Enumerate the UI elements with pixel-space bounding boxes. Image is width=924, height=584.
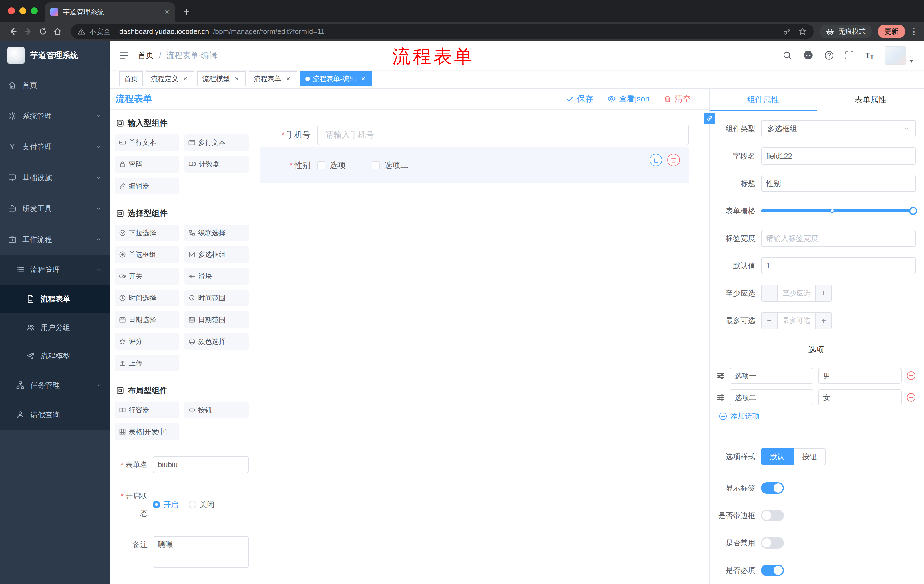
sidebar-item-leave-query[interactable]: 请假查询 — [0, 400, 110, 430]
status-on-radio[interactable]: 开启 — [153, 500, 178, 510]
tag-home[interactable]: 首页 — [119, 71, 143, 86]
decrement-button[interactable]: − — [762, 285, 778, 301]
field-name-input[interactable] — [761, 147, 916, 165]
with-border-toggle[interactable] — [761, 510, 784, 521]
palette-item-date-range[interactable]: 日期范围 — [185, 311, 249, 328]
option2-label-input[interactable] — [729, 390, 813, 405]
option1-value-input[interactable] — [818, 368, 902, 384]
sidebar-item-workflow[interactable]: 工作流程 — [0, 224, 110, 255]
palette-item-time-picker[interactable]: 时间选择 — [115, 290, 179, 306]
bookmark-star-icon[interactable] — [798, 27, 807, 36]
tag-process-model[interactable]: 流程模型 × — [197, 71, 246, 86]
grid-slider[interactable] — [761, 202, 916, 219]
palette-item-color-picker[interactable]: 颜色选择 — [185, 333, 249, 350]
new-tab-button[interactable]: + — [178, 4, 195, 20]
close-window-button[interactable] — [8, 7, 15, 14]
palette-item-checkbox-group[interactable]: 多选框组 — [185, 246, 249, 263]
min-select-value[interactable]: 至少应选 — [778, 285, 815, 301]
tag-process-form-edit[interactable]: 流程表单-编辑 × — [300, 71, 372, 86]
palette-item-counter[interactable]: 123 计数器 — [185, 156, 249, 173]
breadcrumb-home[interactable]: 首页 — [138, 50, 154, 61]
link-anchor-button[interactable] — [704, 113, 715, 124]
form-name-input[interactable] — [153, 456, 249, 473]
slider-handle[interactable] — [909, 207, 917, 215]
component-type-select[interactable]: 多选框组 — [761, 120, 916, 137]
sidebar-item-process-management[interactable]: 流程管理 — [0, 255, 110, 285]
sidebar-item-user-group[interactable]: 用户分组 — [0, 313, 110, 342]
tab-component-props[interactable]: 组件属性 — [710, 89, 817, 111]
search-icon[interactable] — [782, 51, 792, 60]
required-toggle[interactable] — [761, 564, 784, 576]
save-button[interactable]: 保存 — [566, 94, 593, 104]
gender-field-selected[interactable]: 性别 选项一 选项二 — [260, 147, 689, 183]
drag-handle-icon[interactable] — [716, 372, 725, 380]
palette-item-button[interactable]: 按钮 — [185, 402, 249, 418]
default-value-input[interactable] — [761, 257, 916, 274]
palette-item-editor[interactable]: 编辑器 — [115, 178, 179, 194]
form-remark-textarea[interactable]: 嘿嘿 — [153, 536, 249, 568]
tag-close-icon[interactable]: × — [233, 75, 241, 83]
sidebar-item-infrastructure[interactable]: 基础设施 — [0, 162, 110, 193]
tab-close-icon[interactable]: × — [165, 8, 169, 16]
address-bar[interactable]: 不安全 dashboard.yudao.iocoder.cn /bpm/mana… — [71, 24, 813, 39]
tag-process-form[interactable]: 流程表单 × — [249, 71, 297, 86]
fullscreen-icon[interactable] — [845, 51, 854, 60]
palette-item-single-line-text[interactable]: 单行文本 — [115, 134, 179, 151]
decrement-button[interactable]: − — [762, 313, 778, 329]
tag-close-icon[interactable]: × — [181, 75, 189, 83]
title-input[interactable] — [761, 175, 916, 192]
palette-item-dropdown[interactable]: 下拉选择 — [115, 225, 179, 241]
back-button[interactable] — [6, 24, 21, 39]
status-off-radio[interactable]: 关闭 — [189, 500, 214, 510]
help-icon[interactable] — [824, 51, 834, 60]
increment-button[interactable]: + — [815, 313, 832, 329]
sidebar-item-task-management[interactable]: 任务管理 — [0, 370, 110, 400]
browser-menu-icon[interactable]: ⋮ — [910, 26, 918, 36]
tag-close-icon[interactable]: × — [284, 75, 292, 83]
tag-process-definition[interactable]: 流程定义 × — [146, 71, 195, 86]
style-button-button[interactable]: 按钮 — [794, 448, 826, 465]
browser-update-button[interactable]: 更新 — [878, 25, 905, 38]
sidebar-item-dashboard[interactable]: 首页 — [0, 70, 110, 100]
palette-item-table[interactable]: 表格[开发中] — [115, 423, 179, 440]
palette-item-date-picker[interactable]: 日期选择 — [115, 311, 179, 328]
design-canvas[interactable]: 手机号 — [254, 110, 709, 584]
option1-label-input[interactable] — [729, 368, 813, 384]
slider-track[interactable] — [761, 209, 916, 212]
disabled-toggle[interactable] — [761, 537, 784, 549]
palette-item-rate[interactable]: 评分 — [115, 333, 179, 350]
palette-item-switch[interactable]: 开关 — [115, 268, 179, 285]
sidebar-item-process-form[interactable]: 流程表单 — [0, 285, 110, 313]
palette-item-row-container[interactable]: 行容器 — [115, 402, 179, 418]
label-width-input[interactable] — [761, 230, 916, 247]
tab-form-props[interactable]: 表单属性 — [817, 89, 924, 111]
password-key-icon[interactable] — [783, 27, 791, 36]
delete-component-button[interactable] — [667, 154, 680, 166]
sidebar-item-payment[interactable]: ¥ 支付管理 — [0, 132, 110, 162]
sidebar-logo[interactable]: 芋道管理系统 — [0, 41, 110, 70]
max-select-value[interactable]: 最多可选 — [778, 313, 815, 329]
remove-option-icon[interactable] — [906, 393, 916, 402]
palette-item-cascader[interactable]: 级联选择 — [185, 225, 249, 241]
option2-value-input[interactable] — [818, 390, 902, 405]
user-menu[interactable] — [884, 46, 914, 65]
reload-button[interactable] — [35, 24, 50, 39]
maximize-window-button[interactable] — [31, 7, 38, 14]
palette-item-slider[interactable]: 滑块 — [185, 268, 249, 285]
tag-close-icon[interactable]: × — [359, 75, 367, 83]
palette-item-time-range[interactable]: 时间范围 — [185, 290, 249, 306]
add-option-button[interactable]: 添加选项 — [719, 411, 916, 421]
increment-button[interactable]: + — [815, 285, 832, 301]
sidebar-item-process-model[interactable]: 流程模型 — [0, 342, 110, 370]
remove-option-icon[interactable] — [906, 371, 916, 380]
palette-item-radio-group[interactable]: 单选框组 — [115, 246, 179, 263]
font-size-icon[interactable]: TT — [865, 51, 874, 60]
browser-tab[interactable]: 芋道管理系统 × — [45, 2, 175, 22]
show-label-toggle[interactable] — [761, 482, 784, 494]
drag-handle-icon[interactable] — [716, 393, 725, 402]
palette-item-password[interactable]: 密码 — [115, 156, 179, 173]
copy-component-button[interactable] — [650, 154, 662, 166]
phone-input[interactable] — [317, 125, 689, 145]
forward-button[interactable] — [21, 24, 35, 39]
sidebar-item-system[interactable]: 系统管理 — [0, 100, 110, 132]
